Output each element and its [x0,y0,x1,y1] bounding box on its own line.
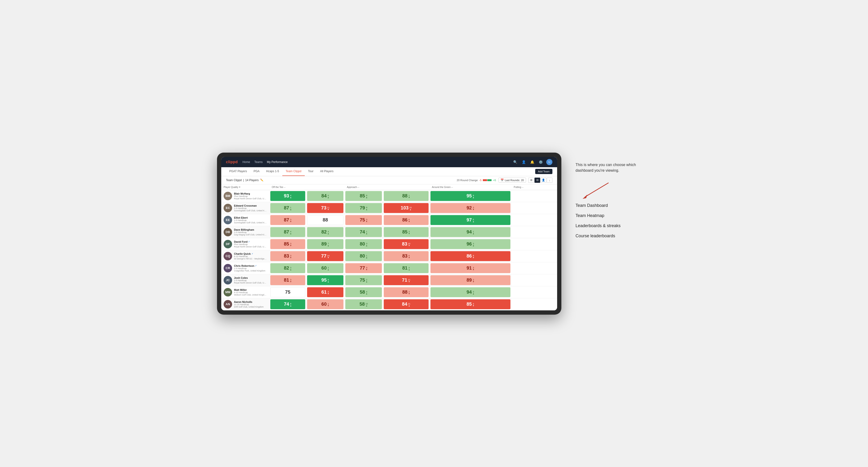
score-cell-approach: 753▼ [344,214,383,226]
player-detail: 1-5 Handicap [234,207,267,210]
add-team-button[interactable]: Add Team [535,169,552,174]
player-cell[interactable]: DBDave Billingham1-5 HandicapGog Magog G… [221,226,269,238]
score-value: 60 [321,266,327,271]
score-value: 84 [402,302,407,307]
score-cell-around-green: 836▼ [383,250,430,262]
score-change: 3▼ [290,241,292,247]
nav-link-myperformance[interactable]: My Performance [267,159,287,165]
score-cell-putting: 943▲ [430,286,512,298]
score-cell-player-quality: 833▼ [269,250,306,262]
score-cell-off-tee: 602▲ [306,262,345,274]
edit-icon[interactable]: ✏️ [260,179,264,182]
tablet-frame: clippd Home Teams My Performance 🔍 👤 🔔 ⚙… [217,153,561,315]
download-button[interactable]: ↓ [547,178,552,183]
player-detail: Plus Handicap [234,195,267,197]
tab-tour[interactable]: Tour [305,167,317,176]
header-approach[interactable]: Approach — [344,184,429,190]
score-value: 83 [402,241,407,247]
tab-pga[interactable]: PGA [250,167,263,176]
player-club: St George's Hill GC - Weybridge - Surrey… [234,257,267,260]
annotation-team-heatmap: Team Heatmap [576,213,651,218]
score-value: 97 [467,217,472,223]
player-cell[interactable]: CQCharlie Quick✓6-10 HandicapSt George's… [221,250,269,262]
score-value: 87 [284,205,289,211]
score-value: 88 [323,217,328,223]
player-cell[interactable]: ECEdward Crossman1-5 HandicapSunningdale… [221,202,269,214]
player-cell[interactable]: JCJosh Coles1-5 HandicapRoyal North Devo… [221,274,269,286]
score-cell-around-green: 881▼ [383,190,430,202]
score-change: 3▼ [366,217,368,223]
last-rounds-button[interactable]: 📅 Last Rounds: 20 [498,178,526,183]
player-cell[interactable]: BMBlair McHargPlus HandicapRoyal North D… [221,190,269,202]
score-value: 77 [360,266,365,271]
score-cell-approach: 773▼ [344,262,383,274]
player-club: Sunningdale Golf Club, United Kingdom [234,221,267,224]
player-cell[interactable]: DFDavid Ford✓Plus HandicapRoyal North De… [221,238,269,250]
score-cell-approach: 801▲ [344,250,383,262]
player-detail: Plus Handicap [234,243,267,246]
annotation-team-dashboard: Team Dashboard [576,203,651,208]
score-cell-off-tee: 958▲ [306,274,345,286]
score-change: 4▲ [408,266,410,271]
score-value: 61 [321,289,327,295]
score-value: 89 [467,277,472,283]
card-view-button[interactable]: 👤 [540,178,546,183]
score-change: 2▲ [328,266,329,271]
nav-link-teams[interactable]: Teams [254,159,262,165]
sub-header-controls: 20 Round Change -5 +5 📅 Last Rounds: 20 [457,178,552,183]
bell-icon[interactable]: 🔔 [529,159,535,165]
score-change: 8▲ [328,277,329,283]
score-cell-player-quality: 934▲ [269,190,306,202]
header-player-quality[interactable]: Player Quality ▼ [221,184,269,190]
score-change: 4▲ [290,229,292,235]
score-change: 3▲ [290,266,292,271]
score-cell-around-green: 10315▲ [383,202,430,214]
score-change: 1▲ [366,229,368,235]
tab-pgat-players[interactable]: PGAT Players [226,167,250,176]
player-club: Gog Magog Golf Club, United Kingdom [234,234,267,236]
score-value: 82 [321,229,327,235]
score-change: 3▼ [366,266,368,271]
player-cell[interactable]: CRChris Robertson✓1-5 HandicapCraigmilla… [221,262,269,274]
score-cell-putting: 868▼ [430,250,512,262]
player-name: Chris Robertson✓ [234,264,267,267]
player-club: Royal North Devon Golf Club, United King… [234,282,267,284]
header-around-green[interactable]: Around the Green — [430,184,512,190]
score-cell-putting: 963▲ [430,238,512,250]
score-value: 81 [284,277,289,283]
score-value: 79 [360,205,365,211]
nav-link-home[interactable]: Home [243,159,250,165]
player-cell[interactable]: MMMatt Miller6-10 HandicapWoburn Golf Cl… [221,286,269,298]
grid-view-button[interactable]: ⊟ [534,178,540,183]
player-club: Sunningdale Golf Club, United Kingdom [234,210,267,212]
tab-team-clippd[interactable]: Team Clippd [282,167,305,176]
player-name: David Ford✓ [234,240,267,243]
person-icon[interactable]: 👤 [521,159,526,165]
header-off-tee[interactable]: Off the Tee — [269,184,344,190]
settings-icon[interactable]: ⚙️ [538,159,544,165]
list-view-button[interactable]: ⊞ [528,178,534,183]
last-rounds-value: 20 [521,179,524,182]
score-cell-approach: 752▲ [344,274,383,286]
score-change: 1▲ [366,253,368,259]
table-row: DFDavid Ford✓Plus HandicapRoyal North De… [221,238,557,250]
score-cell-off-tee: 601▼ [306,298,345,310]
score-change: 2▲ [366,277,368,283]
table-container: Player Quality ▼ Off the Tee — [221,184,557,310]
score-cell-around-green: 853▼ [383,226,430,238]
score-change: 11▼ [327,205,330,211]
score-change: 3▼ [472,205,474,211]
tab-hcaps[interactable]: Hcaps 1-5 [263,167,282,176]
score-value: 81 [402,266,407,271]
tab-all-players[interactable]: All Players [317,167,337,176]
player-cell[interactable]: ANAaron Nicholls11-15 HandicapDrift Golf… [221,298,269,310]
user-avatar[interactable]: U [546,159,552,165]
player-club: Drift Golf Club, United Kingdom [234,306,267,308]
player-cell[interactable]: EEElliot Ebert1-5 HandicapSunningdale Go… [221,214,269,226]
header-putting[interactable]: Putting — [512,184,557,190]
score-change: 14▼ [327,253,330,259]
round-change: 20 Round Change -5 +5 [457,179,496,182]
score-value: 73 [321,205,327,211]
player-name: Charlie Quick✓ [234,252,267,255]
search-icon[interactable]: 🔍 [512,159,518,165]
